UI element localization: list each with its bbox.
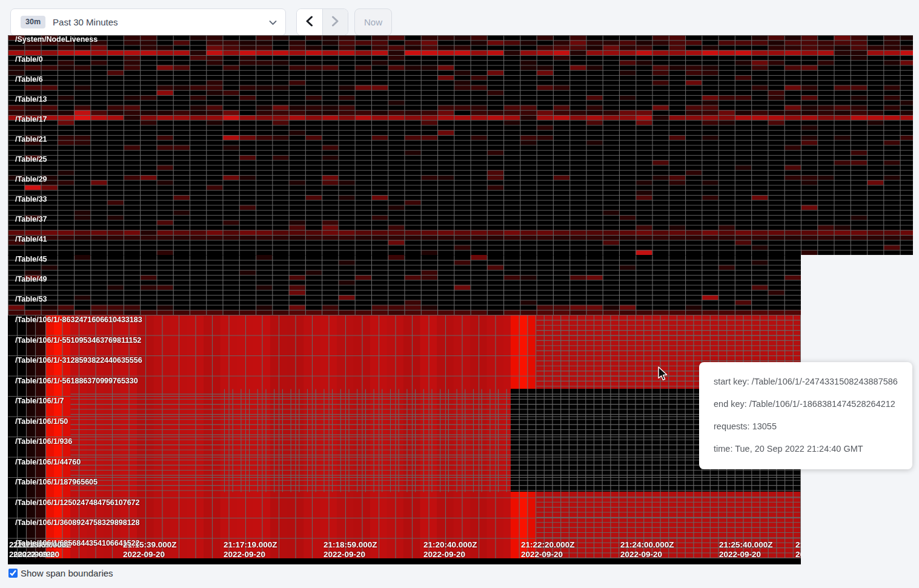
show-span-boundaries-label: Show span boundaries [21, 568, 113, 578]
time-range-dropdown[interactable]: 30m Past 30 Minutes [10, 8, 286, 36]
heatmap-tooltip: start key: /Table/106/1/-247433150824388… [699, 362, 912, 469]
chevron-right-icon [331, 16, 339, 28]
time-step-buttons [296, 8, 348, 36]
tooltip-time: time: Tue, 20 Sep 2022 21:24:40 GMT [714, 442, 907, 456]
time-back-button[interactable] [297, 9, 322, 35]
now-button[interactable]: Now [354, 8, 392, 36]
time-range-label: Past 30 Minutes [53, 17, 118, 27]
time-forward-button[interactable] [323, 9, 348, 35]
key-visualizer [8, 35, 913, 564]
key-visualizer-heatmap[interactable] [8, 35, 913, 564]
key-visualizer-page: { "toolbar": { "time_badge": "30m", "tim… [0, 0, 919, 588]
tooltip-end-key: end key: /Table/106/1/-18683814745282642… [714, 397, 907, 411]
time-range-badge: 30m [21, 16, 45, 28]
tooltip-requests: requests: 13055 [714, 420, 907, 434]
show-span-boundaries-checkbox[interactable] [8, 569, 18, 578]
show-span-boundaries-row: Show span boundaries [8, 568, 113, 578]
chevron-down-icon [269, 17, 277, 28]
tooltip-start-key: start key: /Table/106/1/-247433150824388… [714, 375, 907, 389]
chevron-left-icon [305, 16, 313, 28]
